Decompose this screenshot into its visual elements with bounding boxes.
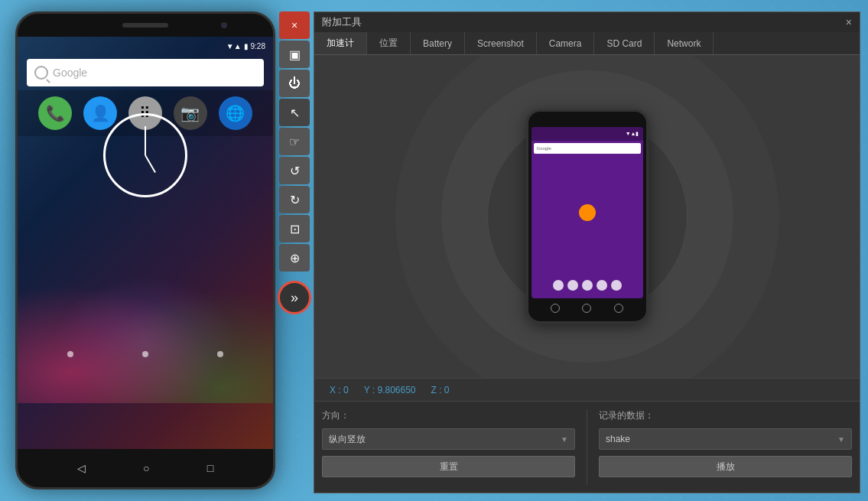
phone-top-bar: [18, 14, 273, 37]
resize-icon: ⊡: [290, 222, 300, 236]
phone-speaker: [122, 23, 168, 28]
phone-status-icons: ▼▲ ▮ 9:28: [226, 42, 265, 50]
cursor-icon: ↖: [290, 106, 300, 120]
mini-nav-recent: [614, 304, 623, 313]
close-window-button[interactable]: ×: [279, 11, 310, 39]
reset-label: 重置: [440, 460, 458, 473]
mini-status-bar: ▼▲▮: [532, 127, 643, 141]
reset-button[interactable]: 重置: [322, 456, 575, 477]
zoom-icon: ⊕: [290, 251, 300, 265]
mini-bottom-dots: [532, 280, 643, 291]
direction-select-value: 纵向竖放: [329, 433, 366, 446]
toolbar-strip: × ▣ ⏻ ↖ ☞ ↺ ↻ ⊡ ⊕ »: [278, 11, 311, 314]
play-label: 播放: [717, 460, 735, 473]
record-select[interactable]: shake ▼: [599, 428, 852, 450]
app-dot-3: [217, 351, 223, 357]
close-icon: ×: [291, 19, 297, 31]
record-label: 记录的数据：: [599, 409, 852, 422]
power-tool-button[interactable]: ⏻: [279, 70, 310, 97]
panel-content-area: ▼▲▮ Google: [314, 55, 860, 378]
panel-title-text: 附加工具: [322, 15, 362, 29]
mini-phone-display: ▼▲▮ Google: [526, 109, 649, 324]
direction-select-wrapper: 纵向竖放 ▼: [322, 428, 575, 450]
panel-title-bar: 附加工具 ×: [314, 12, 860, 32]
tab-screenshot[interactable]: Screenshot: [465, 32, 537, 54]
mini-status-icons: ▼▲▮: [626, 131, 639, 137]
direction-dropdown-arrow: ▼: [561, 435, 568, 444]
mini-dot-5: [611, 280, 622, 291]
mini-nav-home: [582, 304, 591, 313]
record-select-value: shake: [606, 434, 630, 444]
app-dot-1: [67, 351, 73, 357]
rotate-right-button[interactable]: ↻: [279, 186, 310, 213]
nav-back-button[interactable]: ◁: [77, 462, 86, 474]
mini-search-text: Google: [537, 146, 551, 151]
expand-icon: »: [291, 290, 298, 306]
phone-wallpaper-blobs: [18, 250, 273, 403]
wifi-icon: ▼▲: [226, 42, 242, 50]
mini-nav-back: [551, 304, 560, 313]
phone-status-bar: ▼▲ ▮ 9:28: [18, 37, 273, 55]
main-panel: 附加工具 × 加速计 位置 Battery Screenshot Camera …: [314, 11, 860, 493]
coord-y: Y : 9.806650: [364, 385, 416, 395]
mini-dot-1: [553, 280, 564, 291]
mini-phone-screen: ▼▲▮ Google: [532, 127, 643, 298]
direction-select[interactable]: 纵向竖放 ▼: [322, 428, 575, 450]
play-button[interactable]: 播放: [599, 456, 852, 477]
tab-location[interactable]: 位置: [367, 32, 411, 54]
phone-navigation-bar: ◁ ○ □: [18, 449, 273, 487]
dock-browser-icon[interactable]: 🌐: [219, 96, 252, 130]
touch-tool-button[interactable]: ☞: [279, 128, 310, 155]
tab-sdcard[interactable]: SD Card: [594, 32, 655, 54]
expand-panel-button[interactable]: »: [278, 281, 311, 314]
phone-screen[interactable]: ▼▲ ▮ 9:28 Google 📞 👤 ⠿: [18, 37, 273, 449]
record-select-wrapper: shake ▼: [599, 428, 852, 450]
resize-tool-button[interactable]: ⊡: [279, 215, 310, 242]
rotate-right-icon: ↻: [290, 193, 300, 207]
tab-camera[interactable]: Camera: [537, 32, 595, 54]
search-icon: [34, 66, 48, 80]
tab-network[interactable]: Network: [655, 32, 714, 54]
coordinates-bar: X : 0 Y : 9.806650 Z : 0: [314, 378, 860, 401]
nav-recent-button[interactable]: □: [207, 462, 213, 474]
record-dropdown-arrow: ▼: [837, 435, 845, 444]
screen-icon: ▣: [289, 47, 301, 62]
panel-close-button[interactable]: ×: [846, 16, 852, 28]
tab-accelerometer[interactable]: 加速计: [314, 32, 367, 54]
rotate-left-button[interactable]: ↺: [279, 157, 310, 184]
coord-z: Z : 0: [431, 385, 450, 395]
dock-phone-icon[interactable]: 📞: [38, 96, 72, 130]
screen-tool-button[interactable]: ▣: [279, 41, 310, 68]
cursor-tool-button[interactable]: ↖: [279, 99, 310, 126]
power-icon: ⏻: [288, 76, 301, 90]
direction-label: 方向：: [322, 409, 575, 422]
app-dot-2: [142, 351, 148, 357]
mini-search-bar: Google: [534, 143, 641, 154]
mini-dot-4: [597, 280, 607, 291]
phone-search-bar[interactable]: Google: [27, 59, 264, 86]
battery-status-icon: ▮: [244, 42, 249, 50]
clock-widget: [103, 113, 187, 197]
mini-phone-nav: [528, 298, 646, 318]
controls-divider: [587, 409, 587, 485]
zoom-tool-button[interactable]: ⊕: [279, 244, 310, 272]
mini-dot-2: [567, 280, 578, 291]
search-placeholder-text: Google: [53, 67, 87, 79]
phone-apps-row: [18, 351, 273, 357]
direction-control-group: 方向： 纵向竖放 ▼ 重置: [322, 409, 575, 485]
nav-home-button[interactable]: ○: [143, 462, 149, 474]
mini-dot-3: [582, 280, 593, 291]
touch-icon: ☞: [289, 135, 300, 149]
clock-minute-hand: [145, 126, 146, 155]
clock-face: [103, 113, 187, 197]
record-control-group: 记录的数据： shake ▼ 播放: [599, 409, 852, 485]
tab-battery[interactable]: Battery: [411, 32, 465, 54]
panel-tabs: 加速计 位置 Battery Screenshot Camera SD Card…: [314, 32, 860, 55]
sensor-ball-indicator: [579, 204, 596, 221]
rotate-left-icon: ↺: [290, 164, 300, 178]
time-display: 9:28: [251, 42, 265, 50]
coord-x: X : 0: [330, 385, 349, 395]
controls-area: 方向： 纵向竖放 ▼ 重置 记录的数据： shake ▼: [314, 401, 860, 493]
sensor-visualization-area: ▼▲▮ Google: [314, 55, 860, 378]
phone-camera-dot: [221, 22, 227, 28]
